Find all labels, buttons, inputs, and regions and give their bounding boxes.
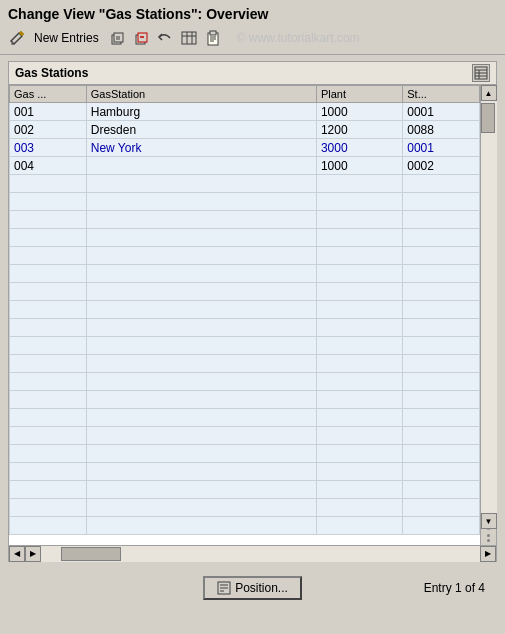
title-bar: Change View "Gas Stations": Overview New… [0,0,505,55]
scroll-thumb[interactable] [481,103,495,133]
position-icon [217,581,231,595]
page-title: Change View "Gas Stations": Overview [8,6,497,22]
col-header-plant[interactable]: Plant [316,86,402,103]
cell-plant-0[interactable]: 1000 [316,103,402,121]
svg-rect-8 [182,32,196,44]
col-header-gas[interactable]: Gas ... [10,86,87,103]
new-entries-button[interactable]: New Entries [30,29,103,47]
cell-gas-3[interactable]: 004 [10,157,87,175]
scroll-right-step[interactable]: ▶ [25,546,41,562]
cell-plant-1[interactable]: 1200 [316,121,402,139]
table-scroll-area[interactable]: Gas ... GasStation Plant St... 001Hambur… [9,85,480,545]
copy-icon[interactable] [107,28,127,48]
empty-row [10,517,480,535]
cell-gasStation-1[interactable]: Dresden [86,121,316,139]
empty-row [10,211,480,229]
undo-icon[interactable] [155,28,175,48]
empty-row [10,193,480,211]
empty-row [10,283,480,301]
empty-row [10,355,480,373]
scroll-down-button[interactable]: ▼ [481,513,497,529]
delete-icon[interactable] [131,28,151,48]
watermark: © www.tutorialkart.com [237,31,360,45]
cell-st-2[interactable]: 0001 [403,139,480,157]
empty-row [10,499,480,517]
cell-plant-3[interactable]: 1000 [316,157,402,175]
table-row[interactable]: 001Hamburg10000001 [10,103,480,121]
table-wrapper: Gas ... GasStation Plant St... 001Hambur… [9,85,496,545]
table-title-label: Gas Stations [15,66,88,80]
empty-row [10,175,480,193]
scroll-left-button[interactable]: ◀ [9,546,25,562]
cell-st-1[interactable]: 0088 [403,121,480,139]
position-label: Position... [235,581,288,595]
table-settings-icon[interactable] [472,64,490,82]
empty-row [10,265,480,283]
table-row[interactable]: 002Dresden12000088 [10,121,480,139]
cell-st-0[interactable]: 0001 [403,103,480,121]
empty-row [10,445,480,463]
table-row[interactable]: 003New York30000001 [10,139,480,157]
col-header-gasstation[interactable]: GasStation [86,86,316,103]
clipboard-icon[interactable] [203,28,223,48]
empty-row [10,337,480,355]
empty-row [10,229,480,247]
data-table: Gas ... GasStation Plant St... 001Hambur… [9,85,480,535]
main-content: Gas Stations [0,55,505,568]
empty-row [10,319,480,337]
bottom-bar: Position... Entry 1 of 4 [0,568,505,608]
scroll-track[interactable] [481,101,497,513]
empty-row [10,301,480,319]
scroll-up-button[interactable]: ▲ [481,85,497,101]
cell-gasStation-2[interactable]: New York [86,139,316,157]
h-scroll-track[interactable] [41,546,480,562]
cell-gas-0[interactable]: 001 [10,103,87,121]
table-container: Gas Stations [8,61,497,562]
empty-row [10,463,480,481]
empty-row [10,409,480,427]
edit-icon[interactable] [8,29,26,47]
position-button[interactable]: Position... [203,576,302,600]
empty-row [10,427,480,445]
scroll-right-end[interactable]: ▶ [480,546,496,562]
table-title-bar: Gas Stations [9,62,496,85]
empty-row [10,373,480,391]
horizontal-scrollbar: ◀ ▶ ▶ [9,545,496,561]
entry-info: Entry 1 of 4 [424,581,485,595]
new-entries-label: New Entries [34,31,99,45]
h-scroll-thumb[interactable] [61,547,121,561]
empty-row [10,391,480,409]
empty-row [10,247,480,265]
cell-plant-2[interactable]: 3000 [316,139,402,157]
table-header-row: Gas ... GasStation Plant St... [10,86,480,103]
vertical-scrollbar: ▲ ▼ [480,85,496,545]
svg-rect-13 [210,31,216,35]
empty-row [10,481,480,499]
cell-gasStation-3[interactable] [86,157,316,175]
cell-st-3[interactable]: 0002 [403,157,480,175]
cell-gasStation-0[interactable]: Hamburg [86,103,316,121]
table-row[interactable]: 00410000002 [10,157,480,175]
cell-gas-1[interactable]: 002 [10,121,87,139]
toolbar: New Entries [8,26,497,50]
cell-gas-2[interactable]: 003 [10,139,87,157]
columns-icon[interactable] [179,28,199,48]
col-header-st[interactable]: St... [403,86,480,103]
